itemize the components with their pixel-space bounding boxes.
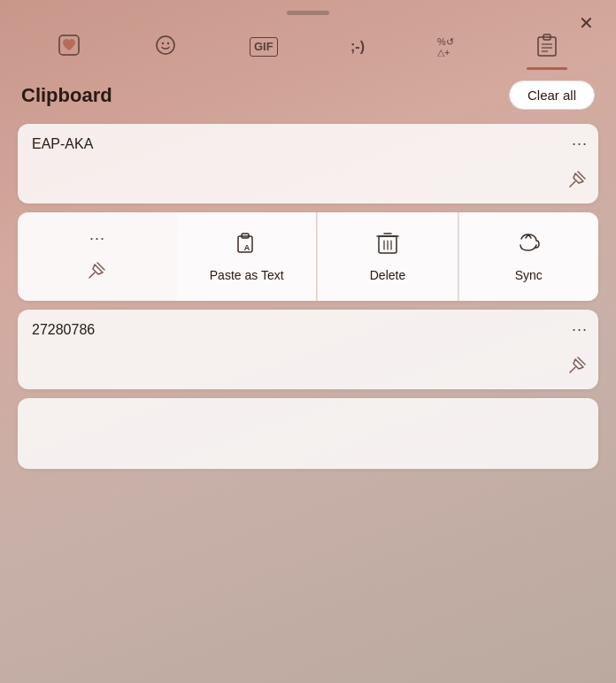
- clip-item-2-left: ···: [18, 212, 177, 301]
- clip-item-3-text: 27280786: [32, 322, 95, 337]
- svg-point-1: [157, 36, 174, 54]
- gif-icon: GIF: [250, 37, 278, 57]
- sync-button[interactable]: Sync: [458, 212, 598, 301]
- sync-icon: [516, 231, 541, 261]
- svg-text:%↺: %↺: [437, 36, 454, 47]
- clipboard-content: Clipboard Clear all EAP-AKA ··· ···: [0, 81, 616, 683]
- stickers-icon: [58, 34, 81, 60]
- svg-text:△+: △+: [437, 47, 450, 57]
- delete-button[interactable]: Delete: [317, 212, 457, 301]
- delete-icon: [376, 231, 399, 261]
- svg-point-3: [166, 42, 168, 44]
- tab-stickers[interactable]: [49, 28, 89, 65]
- svg-line-24: [570, 367, 575, 372]
- drag-bar: [287, 11, 329, 15]
- clipboard-item-3: 27280786 ···: [18, 310, 598, 389]
- clipboard-item-2-expanded: ··· A: [18, 212, 598, 301]
- clip-item-3-more-button[interactable]: ···: [572, 320, 588, 339]
- svg-line-13: [89, 272, 95, 278]
- tab-clipboard[interactable]: [527, 27, 567, 66]
- sync-label: Sync: [515, 268, 543, 282]
- clipboard-panel: ✕ GIF: [0, 0, 616, 683]
- symbols-icon: %↺ △+: [437, 34, 462, 60]
- clipboard-title: Clipboard: [21, 84, 112, 107]
- svg-text:A: A: [243, 243, 250, 252]
- tab-kaomoji[interactable]: ;-): [342, 35, 373, 59]
- clipboard-item-1: EAP-AKA ···: [18, 124, 598, 203]
- clear-all-button[interactable]: Clear all: [509, 81, 595, 110]
- tab-gif[interactable]: GIF: [241, 32, 287, 62]
- kaomoji-icon: ;-): [350, 40, 365, 54]
- clipboard-icon: [535, 33, 558, 61]
- clipboard-header: Clipboard Clear all: [18, 81, 598, 110]
- tab-active-indicator: [527, 67, 567, 70]
- tab-symbols[interactable]: %↺ △+: [428, 28, 471, 65]
- drag-handle[interactable]: [0, 0, 616, 22]
- clip-item-1-more-button[interactable]: ···: [572, 134, 588, 153]
- emoji-icon: [154, 34, 177, 60]
- paste-as-text-label: Paste as Text: [210, 268, 284, 282]
- clip-item-3-pin-button[interactable]: [568, 355, 588, 379]
- clip-item-1-pin-button[interactable]: [568, 169, 588, 193]
- clip-item-1-text: EAP-AKA: [32, 136, 93, 151]
- tab-bar: GIF ;-) %↺ △+: [0, 22, 616, 66]
- close-button[interactable]: ✕: [572, 9, 600, 37]
- svg-line-11: [570, 181, 575, 187]
- svg-point-2: [161, 42, 163, 44]
- clip-item-2-actions: A Paste as Text: [177, 212, 598, 301]
- clip-item-2-pin-button[interactable]: [88, 260, 107, 284]
- clip-item-2-more-button[interactable]: ···: [89, 229, 105, 248]
- clipboard-item-4-partial: [18, 398, 598, 469]
- delete-label: Delete: [370, 268, 405, 282]
- tab-emoji[interactable]: [145, 28, 186, 65]
- paste-as-text-button[interactable]: A Paste as Text: [177, 212, 316, 301]
- paste-as-text-icon: A: [235, 231, 259, 261]
